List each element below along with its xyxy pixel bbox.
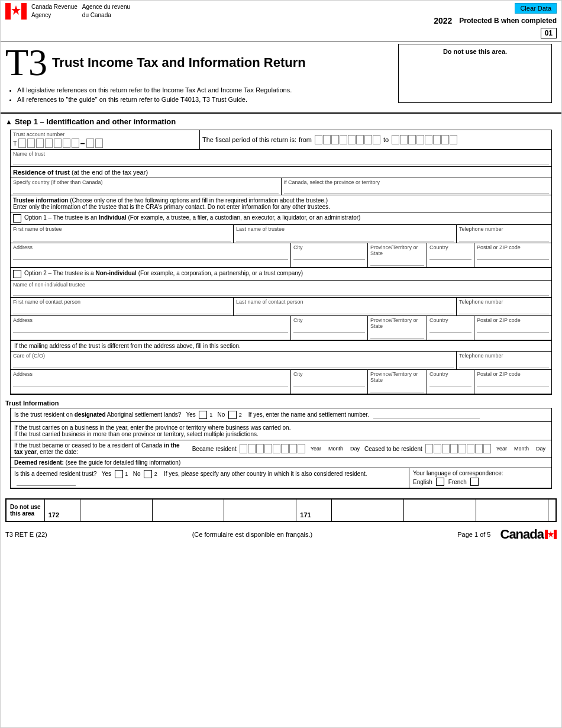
province3-input[interactable]: [370, 383, 424, 392]
trust-account-segments: T –: [13, 138, 197, 148]
name-of-trust-row: Name of trust: [11, 150, 551, 167]
english-checkbox[interactable]: [436, 478, 444, 486]
business-note: If the trust carries on a business in th…: [14, 424, 548, 431]
footer: T3 RET E (22) (Ce formulaire est disponi…: [1, 524, 561, 545]
province1-input[interactable]: [370, 256, 424, 266]
bottom-input-3: [224, 500, 296, 521]
address2-label: Address: [13, 317, 288, 323]
name-of-trust-input[interactable]: [13, 157, 549, 165]
bottom-field-3[interactable]: [228, 502, 292, 509]
canada-flag-icon-footer: [545, 530, 557, 539]
address3-label: Address: [13, 371, 288, 377]
postal1-label: Postal or ZIP code: [477, 244, 549, 250]
first-name-trustee-input[interactable]: [13, 232, 231, 241]
address2-input[interactable]: [13, 323, 288, 333]
option2-row: Option 2 – The trustee is a Non-individu…: [11, 268, 551, 281]
last-name-contact-input[interactable]: [236, 305, 454, 314]
city2-input[interactable]: [293, 323, 365, 333]
form-outer: Trust account number T –: [10, 130, 552, 395]
form-title-text: Trust Income Tax and Information Return: [52, 55, 306, 70]
deemed-yes-label: Yes: [102, 471, 111, 477]
postal1-input[interactable]: [477, 250, 549, 260]
province2-label: Province/Territory or State: [370, 317, 424, 329]
postal2-input[interactable]: [477, 323, 549, 333]
first-name-trustee-col: First name of trustee: [11, 225, 234, 243]
telephone-contact-label: Telephone number: [459, 299, 549, 305]
became-date-segs: [240, 444, 305, 453]
svg-rect-0: [5, 3, 11, 20]
last-name-trustee-input[interactable]: [236, 232, 454, 241]
telephone-trustee-input[interactable]: [459, 232, 549, 241]
city3-input[interactable]: [293, 377, 365, 386]
last-name-trustee-col: Last name of trustee: [234, 225, 457, 243]
no-checkbox-1[interactable]: [228, 411, 237, 419]
telephone-contact-input[interactable]: [459, 305, 549, 314]
address1-label: Address: [13, 244, 288, 250]
name-non-individual-input[interactable]: [13, 288, 549, 296]
province2-col: Province/Territory or State: [368, 316, 427, 340]
agency-text: Canada Revenue Agency: [31, 3, 77, 20]
day-lbl2: Day: [536, 446, 545, 452]
trust-seg-3: [36, 138, 44, 148]
postal3-input[interactable]: [477, 377, 549, 386]
address-row-2: Address City Province/Territory or State…: [11, 316, 551, 340]
telephone-mailing-label: Telephone number: [459, 353, 549, 359]
option2-checkbox[interactable]: [13, 270, 21, 278]
address-row-3: Address City Province/Territory or State…: [11, 370, 551, 394]
lang-correspondence-label: Your language of correspondence:: [413, 470, 548, 476]
province-input[interactable]: [284, 185, 550, 194]
deemed-country-input[interactable]: [17, 478, 76, 486]
french-checkbox[interactable]: [470, 478, 479, 486]
province-col: If Canada, select the province or territ…: [282, 178, 552, 195]
month-lbl: Month: [328, 446, 343, 452]
bottom-input-5: [404, 500, 476, 521]
trustee-note-text: Enter only the information of the truste…: [13, 204, 330, 210]
city1-input[interactable]: [293, 250, 365, 260]
code-171-cell: 171: [296, 500, 332, 521]
french-note: (Ce formulaire est disponible en françai…: [192, 531, 313, 538]
country-label: Specify country (if other than Canada): [13, 179, 279, 185]
bottom-field-5[interactable]: [408, 502, 472, 509]
box-01: 01: [541, 28, 557, 38]
country2-col: Country: [427, 316, 474, 340]
trust-seg-7: [72, 138, 79, 148]
trust-account-row: Trust account number T –: [11, 130, 551, 150]
bottom-field-6[interactable]: [480, 502, 544, 509]
care-of-input[interactable]: [13, 359, 454, 368]
trust-info-outer: Is the trust resident on designated Abor…: [10, 408, 552, 489]
deemed-yes-checkbox[interactable]: [115, 470, 123, 478]
page-container: Canada Revenue Agency Agence du revenu d…: [0, 0, 562, 728]
deemed-no-checkbox[interactable]: [144, 470, 152, 478]
province-label: If Canada, select the province or territ…: [284, 179, 550, 185]
address-row-1: Address City Province/Territory or State…: [11, 243, 551, 268]
address1-input[interactable]: [13, 250, 288, 260]
option1-label: Option 1 – The trustee is an Individual …: [24, 214, 360, 221]
settlement-name-input[interactable]: [373, 411, 480, 418]
yes-checkbox-1[interactable]: [199, 411, 207, 419]
option1-checkbox[interactable]: [13, 214, 21, 223]
clear-data-button[interactable]: Clear Data: [515, 3, 557, 14]
bottom-field-1[interactable]: [84, 502, 148, 509]
first-name-contact-input[interactable]: [13, 305, 231, 314]
country3-input[interactable]: [429, 377, 471, 386]
postal1-col: Postal or ZIP code: [474, 243, 551, 267]
country2-input[interactable]: [429, 323, 471, 333]
bullet-list: All legislative references on this retur…: [5, 82, 393, 108]
deemed-text: (see the guide for detailed filing infor…: [66, 459, 181, 466]
country-col: Specify country (if other than Canada): [11, 178, 282, 195]
page-label: Page 1 of 5: [457, 531, 490, 538]
first-name-trustee-label: First name of trustee: [13, 226, 231, 232]
address3-input[interactable]: [13, 377, 288, 386]
bottom-field-2[interactable]: [156, 502, 221, 509]
from-label: from: [299, 136, 312, 143]
country-input[interactable]: [13, 185, 279, 194]
country1-input[interactable]: [429, 250, 471, 260]
bullet-1: All legislative references on this retur…: [17, 86, 389, 94]
province2-input[interactable]: [370, 329, 424, 339]
deemed-bold: Deemed resident:: [14, 459, 64, 466]
title-area: T3 Trust Income Tax and Information Retu…: [1, 41, 561, 108]
bottom-field-4[interactable]: [335, 502, 400, 509]
postal2-col: Postal or ZIP code: [474, 316, 551, 340]
address2-col: Address: [11, 316, 291, 340]
telephone-mailing-input[interactable]: [459, 359, 549, 368]
